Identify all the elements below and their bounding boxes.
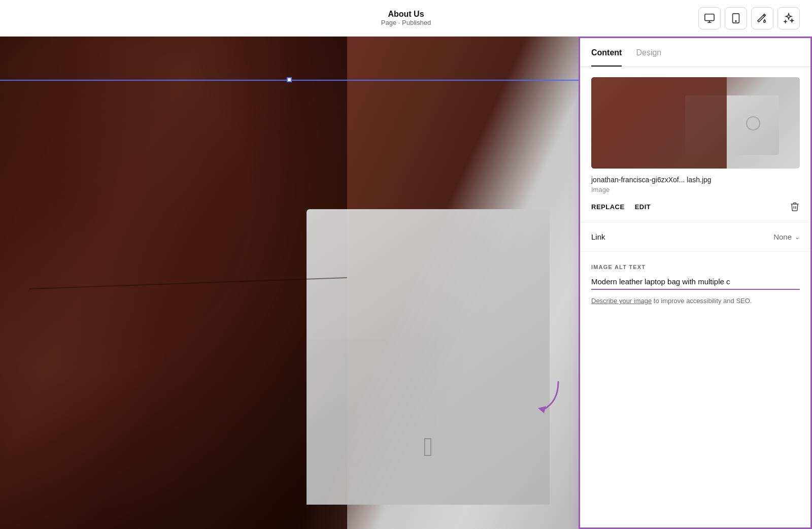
edit-button[interactable]: EDIT	[635, 203, 651, 211]
svg-point-4	[735, 20, 736, 21]
page-name: About Us	[381, 10, 431, 19]
mobile-view-button[interactable]	[725, 7, 747, 29]
trash-icon	[790, 202, 800, 212]
design-tools-button[interactable]	[751, 7, 773, 29]
image-section: jonathan-francisca-gi6zxXof... lash.jpg …	[579, 67, 812, 222]
chevron-down-icon: ⌄	[795, 234, 800, 241]
toolbar-icons	[698, 7, 800, 29]
link-value-text: None	[773, 233, 792, 241]
tab-content[interactable]: Content	[591, 48, 622, 67]
preview-bag	[591, 77, 727, 169]
paint-icon	[757, 13, 768, 24]
right-panel: Content Design jonathan-francisca-gi6zxX…	[579, 37, 812, 529]
mobile-icon	[730, 13, 741, 24]
link-label: Link	[591, 233, 605, 241]
image-actions: REPLACE EDIT	[591, 202, 800, 212]
sparkle-icon	[783, 13, 794, 24]
desktop-icon	[704, 13, 715, 24]
svg-rect-0	[705, 14, 714, 20]
tab-design[interactable]: Design	[636, 48, 661, 67]
alt-text-section: IMAGE ALT TEXT Describe your image to im…	[579, 252, 812, 316]
canvas-area[interactable]: 	[0, 37, 579, 529]
alt-text-input[interactable]	[591, 277, 800, 290]
alt-text-hint-text: to improve accessibility and SEO.	[652, 297, 752, 305]
alt-text-hint: Describe your image to improve accessibi…	[591, 296, 800, 306]
preview-circle	[746, 116, 760, 130]
page-status: Page · Published	[381, 19, 431, 26]
alt-text-input-wrap	[591, 277, 800, 290]
ai-tools-button[interactable]	[777, 7, 800, 29]
alt-text-section-label: IMAGE ALT TEXT	[591, 264, 800, 270]
replace-button[interactable]: REPLACE	[591, 203, 625, 211]
describe-image-link[interactable]: Describe your image	[591, 297, 652, 305]
delete-button[interactable]	[790, 202, 800, 212]
panel-content: jonathan-francisca-gi6zxXof... lash.jpg …	[579, 67, 812, 529]
image-preview	[591, 77, 800, 169]
apple-logo-icon: 	[423, 434, 433, 460]
link-section: Link None ⌄	[579, 222, 812, 252]
image-preview-inner	[591, 77, 800, 169]
selection-handle[interactable]	[287, 77, 292, 82]
image-type: Image	[591, 186, 800, 193]
page-title-block: About Us Page · Published	[381, 10, 431, 26]
panel-tabs: Content Design	[579, 38, 812, 67]
canvas-image: 	[0, 37, 579, 529]
laptop-body: 	[307, 209, 550, 505]
link-dropdown[interactable]: None ⌄	[773, 233, 800, 241]
background-image: 	[0, 37, 579, 529]
desktop-view-button[interactable]	[698, 7, 721, 29]
image-filename: jonathan-francisca-gi6zxXof... lash.jpg	[591, 176, 800, 184]
top-bar: About Us Page · Published	[0, 0, 812, 37]
